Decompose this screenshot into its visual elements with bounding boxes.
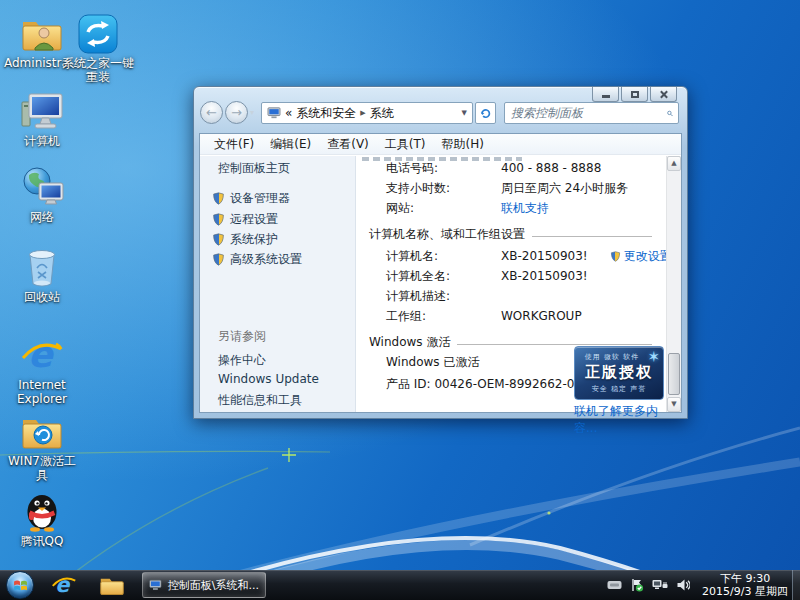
- menu-help[interactable]: 帮助(H): [434, 134, 492, 155]
- desktop-icon-internet-explorer[interactable]: e Internet Explorer: [4, 328, 80, 406]
- desktop-icon-label: 计算机: [4, 134, 80, 148]
- system-tray: 下午 9:30 2015/9/3 星期四: [607, 570, 788, 600]
- uac-shield-icon: [212, 233, 225, 246]
- windows-flag-icon: [13, 578, 28, 593]
- green-sparkle: [282, 448, 296, 462]
- desktop-icon-label: Internet Explorer: [4, 378, 80, 406]
- refresh-icon: [479, 107, 492, 120]
- desktop-icon-label: 网络: [4, 210, 80, 224]
- system-info-panel: 电话号码:400 - 888 - 8888 支持小时数:周日至周六 24小时服务…: [356, 156, 666, 412]
- minimize-icon: [602, 95, 610, 98]
- desktop-icon-label: 腾讯QQ: [4, 534, 80, 548]
- svg-text:e: e: [28, 334, 55, 375]
- desktop-icon-label: WIN7激活工具: [4, 454, 80, 482]
- sidebar-advanced-settings[interactable]: 高级系统设置: [212, 251, 302, 268]
- computer-icon: [4, 84, 80, 132]
- sidebar: 控制面板主页 设备管理器 远程设置 系统保护: [200, 156, 356, 412]
- sidebar-device-manager[interactable]: 设备管理器: [212, 190, 290, 207]
- start-button[interactable]: [6, 571, 34, 599]
- address-bar[interactable]: « 系统和安全 ▶ 系统 ▼: [261, 102, 473, 124]
- support-row-hours: 支持小时数:周日至周六 24小时服务: [386, 180, 662, 196]
- breadcrumb-security[interactable]: 系统和安全: [296, 105, 356, 122]
- sidebar-windows-update[interactable]: Windows Update: [218, 372, 319, 386]
- taskbar-explorer-button[interactable]: [92, 571, 132, 599]
- online-support-link[interactable]: 联机支持: [501, 201, 549, 215]
- scroll-up-button[interactable]: ▲: [667, 156, 681, 171]
- search-box: [504, 102, 679, 124]
- sidebar-action-center[interactable]: 操作中心: [218, 352, 266, 369]
- menu-bar: 文件(F) 编辑(E) 查看(V) 工具(T) 帮助(H): [200, 134, 681, 155]
- system-window-icon: [149, 578, 162, 592]
- menu-file[interactable]: 文件(F): [206, 134, 262, 155]
- activation-folder-icon: [4, 404, 80, 452]
- tray-network-icon[interactable]: [652, 579, 668, 592]
- internet-explorer-icon: e: [4, 328, 80, 376]
- row-workgroup: 工作组:WORKGROUP: [386, 308, 662, 324]
- address-dropdown-icon[interactable]: ▼: [462, 109, 467, 117]
- forward-button[interactable]: →: [225, 101, 248, 124]
- uac-shield-icon: [212, 213, 225, 226]
- qq-penguin-icon: [4, 484, 80, 532]
- sidebar-see-also-header: 另请参阅: [218, 328, 266, 345]
- search-icon[interactable]: [667, 107, 673, 120]
- back-button[interactable]: ←: [200, 101, 223, 124]
- desktop-icon-computer[interactable]: 计算机: [4, 84, 80, 148]
- badge-line3: 安全 稳定 声誉: [575, 384, 663, 394]
- genuine-star-icon: ✶: [647, 348, 660, 366]
- breadcrumb-overflow[interactable]: «: [285, 106, 292, 120]
- taskbar-clock[interactable]: 下午 9:30 2015/9/3 星期四: [702, 572, 788, 598]
- taskbar-window-button[interactable]: 控制面板\系统和...: [142, 572, 266, 598]
- search-input[interactable]: [505, 106, 667, 120]
- scroll-down-button[interactable]: ▼: [667, 397, 681, 412]
- tray-action-center-icon[interactable]: [630, 578, 644, 592]
- folder-icon: [99, 575, 125, 596]
- taskbar: e 控制面板\系统和... 下午 9:30 2015/9/3 星: [0, 570, 800, 600]
- learn-more-online-link[interactable]: 联机了解更多内容...: [574, 403, 666, 437]
- vertical-scrollbar[interactable]: ▲ ▼: [666, 156, 681, 412]
- refresh-button[interactable]: [475, 102, 496, 124]
- sidebar-remote-settings[interactable]: 远程设置: [212, 211, 278, 228]
- desktop-icon-win7-activation[interactable]: WIN7激活工具: [4, 404, 80, 482]
- support-row-website: 网站:联机支持: [386, 200, 662, 216]
- scrollbar-thumb[interactable]: [668, 353, 680, 395]
- window-client-area: 文件(F) 编辑(E) 查看(V) 工具(T) 帮助(H) 控制面板主页 设备管…: [199, 133, 682, 413]
- recycle-bin-icon: [4, 240, 80, 288]
- maximize-icon: [631, 91, 639, 98]
- menu-tools[interactable]: 工具(T): [377, 134, 434, 155]
- svg-text:e: e: [55, 573, 71, 597]
- genuine-software-badge[interactable]: 使用 微软 软件 ✶ 正版授权 安全 稳定 声誉: [574, 346, 664, 400]
- row-computer-name: 计算机名:XB-20150903!更改设置: [386, 248, 662, 264]
- uac-shield-icon: [212, 192, 225, 205]
- desktop-icon-recycle-bin[interactable]: 回收站: [4, 240, 80, 304]
- menu-edit[interactable]: 编辑(E): [262, 134, 319, 155]
- desktop-icon-qq[interactable]: 腾讯QQ: [4, 484, 80, 548]
- network-icon: [4, 160, 80, 208]
- row-computer-description: 计算机描述:: [386, 288, 662, 304]
- explorer-window: ← → ▾ « 系统和安全 ▶ 系统 ▼ 文件(F): [193, 86, 688, 419]
- desktop-icon-reinstall-app[interactable]: 系统之家一键重装: [62, 6, 134, 84]
- computer-name-section-header: 计算机名称、域和工作组设置: [369, 226, 652, 243]
- desktop-icon-network[interactable]: 网络: [4, 160, 80, 224]
- sidebar-system-protection[interactable]: 系统保护: [212, 231, 278, 248]
- uac-shield-icon: [212, 253, 225, 266]
- tray-volume-icon[interactable]: [676, 578, 690, 592]
- navigation-bar: ← → ▾ « 系统和安全 ▶ 系统 ▼: [200, 99, 681, 127]
- tray-device-icon[interactable]: [607, 580, 622, 590]
- taskbar-ie-button[interactable]: e: [44, 571, 84, 599]
- recent-pages-chevron-icon[interactable]: ▾: [250, 108, 254, 117]
- desktop-icon-label: 回收站: [4, 290, 80, 304]
- breadcrumb-system[interactable]: 系统: [370, 105, 394, 122]
- sidebar-performance-tools[interactable]: 性能信息和工具: [218, 392, 302, 409]
- sidebar-control-panel-home[interactable]: 控制面板主页: [218, 160, 290, 177]
- close-icon: [659, 90, 668, 99]
- taskbar-window-label: 控制面板\系统和...: [168, 578, 259, 593]
- menu-view[interactable]: 查看(V): [319, 134, 377, 155]
- address-location-icon: [267, 107, 281, 119]
- desktop-icon-label: 系统之家一键重装: [62, 56, 134, 84]
- clock-date: 2015/9/3 星期四: [702, 585, 788, 598]
- clock-time: 下午 9:30: [702, 572, 788, 585]
- internet-explorer-icon: e: [51, 572, 77, 598]
- change-settings-link[interactable]: 更改设置: [610, 249, 672, 263]
- show-desktop-button[interactable]: [792, 570, 800, 600]
- row-computer-fullname: 计算机全名:XB-20150903!: [386, 268, 662, 284]
